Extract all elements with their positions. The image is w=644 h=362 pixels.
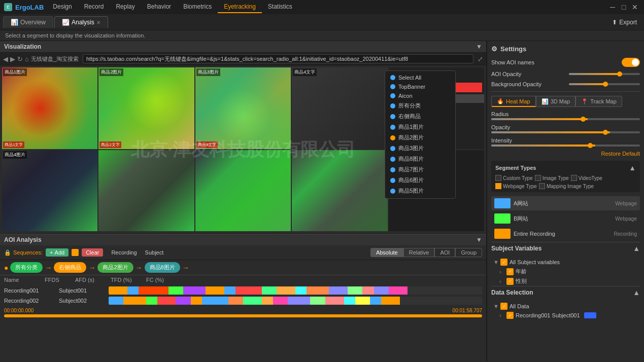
clear-label: Clear <box>86 249 99 256</box>
seq-tag-2[interactable]: 商品2图片 <box>97 262 133 273</box>
aoi-product3[interactable]: 商品3图片 <box>385 143 455 154</box>
nav-behavior[interactable]: Behavior <box>141 1 177 13</box>
aoi-product2[interactable]: 商品2图片 <box>385 132 455 143</box>
tree-cb-gender[interactable]: ✓ <box>506 278 514 285</box>
segment-item-entire[interactable]: Entire Recording Recording <box>491 227 640 241</box>
opacity-slider[interactable] <box>491 131 640 133</box>
minimize-button[interactable]: ─ <box>607 2 618 12</box>
add-sequence-button[interactable]: + Add <box>46 248 69 257</box>
data-all-label: All Data <box>510 303 529 309</box>
segment-item-b[interactable]: B网站 Webpage <box>491 211 640 226</box>
aoi-select-all[interactable]: Select All <box>385 73 455 82</box>
cell-sublabel-3: 商品3文字 <box>196 141 218 148</box>
data-rec001-label: Recording001 Subject001 <box>516 312 580 318</box>
seg-cb-video-box[interactable] <box>571 175 577 181</box>
tab-close-icon[interactable]: ✕ <box>96 20 100 25</box>
aoi-product7[interactable]: 商品7图片 <box>385 164 455 175</box>
export-button[interactable]: ⬆ Export <box>608 17 641 28</box>
bg-opacity-label: Background Opacity <box>491 81 541 87</box>
group-tab[interactable]: Group <box>455 248 482 257</box>
maximize-button[interactable]: □ <box>619 2 629 12</box>
visualization-panel: Visualization ▼ ◀ ▶ ↻ ⌂ 无线键盘_淘宝搜索 ⤢ <box>0 41 486 234</box>
intensity-slider[interactable] <box>491 144 640 147</box>
seg-cb-custom-label: Custom Type <box>503 175 533 181</box>
segment-item-a[interactable]: A网站 Webpage <box>491 196 640 210</box>
seg-cb-webpage-box[interactable]: ✓ <box>495 183 501 189</box>
aoi-table-header: Name FFDS AFD (s) TFD (%) FC (%) <box>0 275 486 284</box>
browser-url-input[interactable] <box>83 54 473 63</box>
aoi-product5[interactable]: 商品5图片 <box>385 186 455 196</box>
info-bar: Select a segment to display the visualiz… <box>0 30 644 41</box>
close-button[interactable]: ✕ <box>630 2 640 12</box>
tree-expand-all[interactable]: ▼ <box>493 259 498 265</box>
3d-map-tab[interactable]: 📊 3D Map <box>536 96 576 107</box>
tree-cb-rec001[interactable]: ✓ <box>506 312 514 319</box>
export-label: Export <box>619 19 637 26</box>
segment-list: A网站 Webpage B网站 Webpage Entire Recording… <box>491 196 640 241</box>
nav-design[interactable]: Design <box>47 1 78 13</box>
cell-label-4: 商品4文字 <box>293 68 317 76</box>
aoi-dropdown: Select All TopBanner Aicon 所有分类 <box>385 70 456 199</box>
radius-slider[interactable] <box>491 118 640 120</box>
aoi-youchang[interactable]: 右侧商品 <box>385 111 455 122</box>
nav-eyetracking[interactable]: Eyetracking <box>218 1 262 13</box>
nav-record[interactable]: Record <box>78 1 110 13</box>
aoi-product1[interactable]: 商品1图片 <box>385 122 455 132</box>
nav-biometrics[interactable]: Biometrics <box>177 1 218 13</box>
nav-replay[interactable]: Replay <box>110 1 141 13</box>
data-rec001-item: › ✓ Recording001 Subject001 <box>491 311 640 320</box>
aoi-tab[interactable]: AOI <box>434 248 455 257</box>
browser-back[interactable]: ◀ <box>3 55 8 63</box>
show-aoi-toggle[interactable] <box>622 58 640 67</box>
seq-tag-3[interactable]: 商品8图片 <box>145 262 180 273</box>
seg-cb-mapping-box[interactable] <box>539 183 545 189</box>
track-map-tab[interactable]: 📍 Track Map <box>575 96 622 107</box>
clear-button[interactable]: Clear <box>82 248 103 257</box>
tree-cb-all[interactable]: ✓ <box>500 259 507 266</box>
tab-analysis[interactable]: 📈 Analysis ✕ <box>54 16 108 28</box>
aoi-product8[interactable]: 商品8图片 <box>385 154 455 164</box>
heat-map-label: Heat Map <box>506 98 530 104</box>
seg-cb-custom-box[interactable] <box>495 175 501 181</box>
aoi-topbanner[interactable]: TopBanner <box>385 82 455 91</box>
intensity-label: Intensity <box>491 137 640 143</box>
tree-expand-data[interactable]: ▼ <box>493 303 498 309</box>
tree-cb-data-all[interactable]: ✓ <box>500 303 507 310</box>
relative-tab[interactable]: Relative <box>403 248 435 257</box>
bg-opacity-slider[interactable] <box>569 83 640 85</box>
seg-cb-image-box[interactable] <box>535 175 541 181</box>
data-selection-collapse[interactable]: ▲ <box>633 288 640 297</box>
data-selection-header: Data Selection ▲ <box>491 286 640 299</box>
absolute-tab[interactable]: Absolute <box>370 248 403 257</box>
data-selection-tree: ▼ ✓ All Data › ✓ Recording001 Subject001 <box>491 302 640 320</box>
tree-expand-rec001[interactable]: › <box>499 312 504 318</box>
browser-forward[interactable]: ▶ <box>10 55 15 63</box>
progress-bar-container[interactable] <box>0 314 486 319</box>
tab-analysis-label: Analysis <box>72 19 94 26</box>
tab-bar-left: 📊 Overview 📈 Analysis ✕ <box>3 16 108 28</box>
aoi-collapse-icon[interactable]: ▼ <box>476 236 482 243</box>
restore-default-button[interactable]: Restore Default <box>491 151 640 157</box>
subject-variables-collapse[interactable]: ▲ <box>633 244 640 252</box>
segment-checkboxes: Custom Type Image Type VideoType ✓ Webpa… <box>495 175 636 189</box>
tree-expand-age[interactable]: › <box>499 269 504 275</box>
seq-tag-1[interactable]: 右侧商品 <box>54 262 86 273</box>
segment-types-collapse[interactable]: ▲ <box>629 164 636 172</box>
nav-statistics[interactable]: Statistics <box>262 1 298 13</box>
heat-map-tab[interactable]: 🔥 Heat Map <box>491 96 536 107</box>
tree-age: › ✓ 年龄 <box>491 267 640 276</box>
aoi-suoyou[interactable]: 所有分类 <box>385 100 455 111</box>
seq-tag-0[interactable]: 所有分类 <box>10 262 43 273</box>
aoi-aicon[interactable]: Aicon <box>385 91 455 100</box>
browser-refresh[interactable]: ↻ <box>17 55 23 63</box>
aoi-opacity-slider[interactable] <box>569 73 640 75</box>
browser-home[interactable]: ⌂ <box>25 55 29 63</box>
viz-collapse-icon[interactable]: ▼ <box>476 43 482 50</box>
col-ffds-header: FFDS <box>45 277 75 283</box>
fullscreen-icon[interactable]: ⤢ <box>478 55 483 63</box>
tab-overview[interactable]: 📊 Overview <box>3 16 53 28</box>
tree-cb-age[interactable]: ✓ <box>506 268 514 275</box>
aoi-product6[interactable]: 商品6图片 <box>385 175 455 186</box>
heatmap-cell-7 <box>98 150 194 232</box>
tree-expand-gender[interactable]: › <box>499 278 504 284</box>
